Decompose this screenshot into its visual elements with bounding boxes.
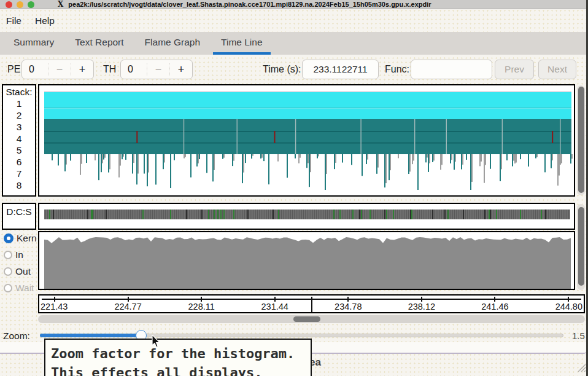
- stack-level-4: 4: [3, 133, 35, 144]
- th-value[interactable]: 0: [121, 64, 147, 75]
- tab-text-report[interactable]: Text Report: [67, 32, 131, 55]
- mouse-cursor-icon: [152, 335, 161, 348]
- axis-tick: [201, 297, 202, 302]
- dcs-mark: [201, 210, 203, 219]
- stack-label-box: Stack: 12345678: [2, 84, 36, 197]
- axis-tick: [494, 297, 495, 302]
- menu-item-file[interactable]: File: [2, 14, 25, 28]
- next-button[interactable]: Next: [538, 60, 576, 79]
- close-window-icon[interactable]: [6, 1, 12, 8]
- dcs-strip: [44, 210, 570, 219]
- dcs-label-box: D:C:S: [2, 203, 36, 230]
- timeline-horizontal-scrollbar[interactable]: [38, 315, 585, 323]
- axis-tick-label: 224.77: [114, 302, 141, 311]
- tooltip-line-2: This effects all displays.: [51, 363, 305, 376]
- stack-vertical-scrollbar[interactable]: [577, 85, 585, 195]
- dcs-mark: [233, 210, 234, 219]
- stack-timeline-svg: [39, 85, 574, 195]
- tab-summary[interactable]: Summary: [6, 32, 62, 55]
- dcs-mark: [247, 210, 249, 219]
- dcs-mark: [496, 210, 497, 219]
- radio-label-kern: Kern: [17, 233, 37, 244]
- func-label: Func:: [385, 64, 409, 75]
- stack-scrollbar-thumb[interactable]: [578, 87, 584, 193]
- menu-item-help[interactable]: Help: [31, 14, 58, 28]
- menu-bar: FileHelp: [0, 9, 586, 32]
- pe-increment-button[interactable]: +: [71, 63, 93, 76]
- axis-tick-label: 234.78: [335, 302, 362, 311]
- window-title: pea2k:/lus/scratch/jvogt/data/clover_lea…: [68, 1, 431, 8]
- tab-flame-graph[interactable]: Flame Graph: [137, 32, 208, 55]
- dcs-mark: [545, 210, 546, 219]
- x11-logo-icon: X: [58, 1, 63, 8]
- th-decrement-button[interactable]: −: [147, 63, 169, 76]
- dcs-mark: [223, 210, 225, 219]
- dcs-mark: [273, 210, 274, 219]
- dcs-mark: [352, 210, 354, 219]
- stack-level-7: 7: [3, 168, 35, 179]
- th-spinner: 0 − +: [120, 60, 193, 79]
- kern-histogram-panel[interactable]: [38, 231, 575, 290]
- dcs-mark: [484, 210, 485, 219]
- pe-value[interactable]: 0: [22, 64, 48, 75]
- radio-option-out[interactable]: Out: [4, 263, 37, 280]
- app-window: { "window": { "title": "pea2k:/lus/scrat…: [0, 0, 588, 376]
- zoom-tooltip: Zoom factor for the histogram. This effe…: [44, 339, 312, 376]
- dcs-mark: [333, 210, 335, 219]
- dcs-mark: [142, 210, 144, 219]
- dcs-mark: [278, 210, 279, 219]
- tooltip-line-1: Zoom factor for the histogram.: [51, 344, 305, 363]
- prev-button[interactable]: Prev: [495, 60, 534, 79]
- pe-spinner: 0 − +: [21, 60, 94, 79]
- time-axis: 221.43224.77228.11231.44234.78238.12241.…: [39, 296, 584, 312]
- minimize-window-icon[interactable]: [17, 1, 23, 8]
- tab-bar: SummaryText ReportFlame GraphTime Line: [0, 32, 586, 55]
- tab-time-line[interactable]: Time Line: [213, 32, 270, 55]
- dcs-mark: [170, 210, 171, 219]
- axis-tick-label: 241.46: [481, 302, 508, 311]
- dcs-mark: [186, 210, 187, 219]
- axis-tick: [568, 297, 569, 302]
- radio-option-kern[interactable]: Kern: [4, 230, 37, 246]
- dcs-mark: [359, 210, 360, 219]
- dcs-mark: [208, 210, 209, 219]
- func-input[interactable]: [411, 60, 492, 79]
- radio-icon-kern[interactable]: [4, 233, 14, 243]
- dcs-mark: [444, 210, 446, 219]
- dcs-mark: [384, 210, 385, 219]
- stack-level-3: 3: [3, 121, 35, 133]
- dcs-mark: [106, 210, 107, 219]
- resize-grip-icon[interactable]: [576, 362, 586, 372]
- dcs-mark: [490, 210, 491, 219]
- dcs-mark: [53, 210, 54, 219]
- kern-histogram-svg: [39, 232, 574, 289]
- dcs-strip-panel[interactable]: [38, 203, 575, 230]
- stack-level-1: 1: [3, 98, 35, 109]
- dcs-mark: [339, 210, 341, 219]
- radio-option-in[interactable]: In: [4, 246, 37, 263]
- axis-tick: [54, 297, 55, 302]
- pe-decrement-button[interactable]: −: [48, 63, 71, 76]
- maximize-window-icon[interactable]: [28, 1, 34, 8]
- radio-label-wait: Wait: [15, 283, 34, 294]
- radio-icon-out[interactable]: [4, 267, 12, 276]
- timeline-scrollbar-thumb[interactable]: [293, 316, 320, 322]
- radio-option-wait[interactable]: Wait: [4, 280, 37, 296]
- radio-icon-in[interactable]: [4, 251, 12, 259]
- stack-level-list: 12345678: [3, 98, 35, 191]
- dcs-mark: [432, 210, 433, 219]
- axis-tick-label: 244.80: [555, 302, 582, 311]
- current-time-marker: [311, 297, 312, 312]
- dcs-mark: [520, 210, 521, 219]
- stack-level-2: 2: [3, 109, 35, 121]
- dcs-mark: [410, 210, 411, 219]
- title-bar: X pea2k:/lus/scratch/jvogt/data/clover_l…: [0, 0, 586, 9]
- time-input[interactable]: 233.1122711: [302, 60, 379, 79]
- pe-label: PE: [7, 64, 20, 75]
- lower-scrollbar-thumb[interactable]: [578, 207, 584, 286]
- th-increment-button[interactable]: +: [169, 63, 192, 76]
- axis-tick-label: 221.43: [41, 302, 68, 311]
- stack-timeline-chart[interactable]: [38, 84, 575, 197]
- lower-vertical-scrollbar[interactable]: [577, 204, 585, 290]
- radio-icon-wait[interactable]: [4, 284, 12, 292]
